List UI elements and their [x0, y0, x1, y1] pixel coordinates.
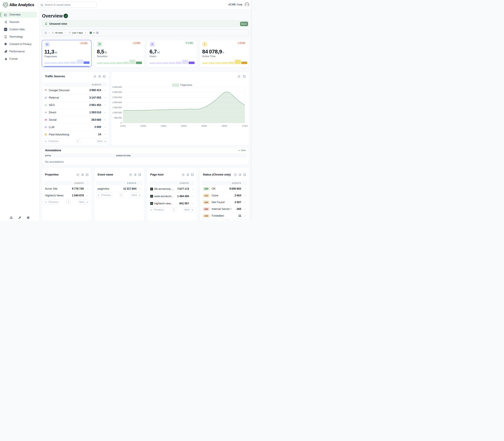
svg-text:0: 0 [121, 122, 122, 124]
svg-text:25/01: 25/01 [201, 125, 207, 127]
svg-text:2 000 000: 2 000 000 [112, 101, 122, 104]
svg-text:1 000 000: 1 000 000 [112, 111, 122, 114]
svg-text:26/01: 26/01 [222, 125, 228, 127]
svg-text:1 500 000: 1 500 000 [112, 106, 122, 109]
svg-text:3 000 000: 3 000 000 [112, 91, 122, 93]
svg-text:23/01: 23/01 [161, 125, 167, 127]
svg-text:2 500 000: 2 500 000 [112, 96, 122, 99]
svg-text:24/01: 24/01 [181, 125, 187, 127]
svg-text:21/01: 21/01 [120, 125, 126, 127]
svg-text:3 500 000: 3 500 000 [112, 86, 122, 88]
svg-text:22/01: 22/01 [140, 125, 146, 127]
svg-text:500 000: 500 000 [114, 117, 122, 119]
svg-text:27/01: 27/01 [242, 125, 248, 127]
